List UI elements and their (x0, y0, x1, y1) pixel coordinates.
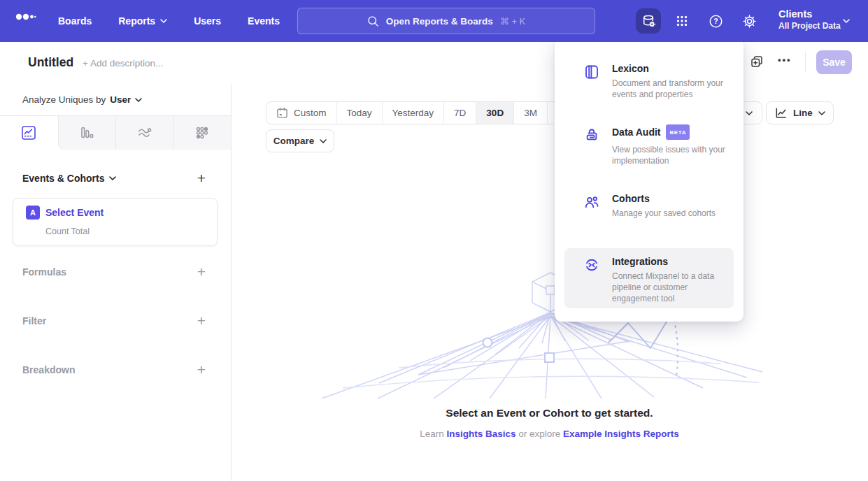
nav-users[interactable]: Users (194, 15, 221, 27)
search-icon (367, 15, 379, 27)
chart-type-dropdown[interactable]: Line (766, 101, 834, 124)
apps-grid-icon (674, 13, 690, 29)
duplicate-button[interactable] (750, 55, 764, 69)
date-range-custom[interactable]: Custom (266, 102, 336, 124)
menu-item-description: View possible issues with your implement… (612, 144, 744, 166)
menu-item-integrations[interactable]: Integrations Connect Mixpanel to a data … (564, 248, 734, 308)
analyze-value-dropdown[interactable]: User (110, 94, 131, 105)
help-icon: ? (708, 13, 724, 29)
project-switcher[interactable]: Clients All Project Data (778, 8, 841, 31)
data-management-icon (641, 13, 657, 29)
analyze-label: Analyze Uniques by (22, 94, 106, 105)
duplicate-icon (750, 55, 764, 69)
chevron-down-icon (320, 139, 327, 143)
date-range-today[interactable]: Today (336, 102, 382, 124)
analyze-uniques-row: Analyze Uniques by User (22, 94, 142, 105)
chevron-down-icon (135, 98, 142, 102)
middle-text: or explore (518, 429, 560, 439)
search-input[interactable]: Open Reports & Boards ⌘ + K (297, 8, 595, 34)
event-card[interactable]: A Select Event Count Total (13, 198, 218, 246)
add-breakdown-button[interactable]: + (194, 363, 208, 377)
nav-reports[interactable]: Reports (118, 15, 167, 27)
primary-nav: Boards Reports Users Events (58, 0, 280, 42)
tab-bar-chart[interactable] (58, 116, 116, 150)
tab-flow-chart[interactable] (115, 116, 173, 150)
menu-item-lexicon[interactable]: Lexicon Document and transform your even… (564, 55, 734, 108)
add-event-button[interactable]: + (194, 171, 208, 185)
menu-item-description: Connect Mixpanel to a data pipeline or c… (612, 271, 730, 304)
chevron-down-icon (160, 19, 167, 23)
calendar-icon (276, 107, 288, 119)
mixpanel-logo-icon[interactable] (15, 13, 36, 21)
metric-grid-icon (194, 124, 211, 141)
cohorts-people-icon (583, 194, 600, 210)
flow-chart-icon (136, 124, 153, 141)
mixpanel-insights-screen: Boards Reports Users Events Open Reports… (0, 0, 868, 481)
add-formula-button[interactable]: + (194, 265, 208, 279)
event-letter-badge: A (26, 206, 40, 220)
search-placeholder: Open Reports & Boards (386, 16, 493, 27)
menu-item-description: Document and transform your events and p… (612, 78, 725, 100)
visualization-tabs (0, 115, 231, 149)
add-filter-button[interactable]: + (194, 314, 208, 328)
sidebar-divider (231, 84, 232, 481)
beta-badge: BETA (666, 124, 690, 140)
menu-item-title: Lexicon (612, 63, 725, 75)
chevron-down-icon (746, 111, 753, 115)
breakdown-section-label: Breakdown (22, 364, 75, 375)
account-scope: All Project Data (778, 20, 841, 31)
account-name: Clients (778, 8, 841, 20)
data-management-menu: Lexicon Document and transform your even… (555, 38, 744, 322)
chevron-down-icon (843, 19, 850, 23)
select-event-link[interactable]: Select Event (45, 207, 104, 218)
nav-boards[interactable]: Boards (58, 15, 92, 27)
menu-item-cohorts[interactable]: Cohorts Manage your saved cohorts (564, 185, 734, 227)
events-cohorts-header[interactable]: Events & Cohorts (22, 173, 116, 184)
menu-item-data-audit[interactable]: Data AuditBETA View possible issues with… (564, 118, 734, 174)
example-reports-link[interactable]: Example Insights Reports (563, 429, 679, 439)
date-range-control: Custom Today Yesterday 7D 30D 3M 6M (266, 101, 581, 124)
learn-prefix: Learn (420, 429, 444, 439)
apps-grid-button[interactable] (669, 8, 695, 34)
report-title[interactable]: Untitled (28, 55, 73, 70)
date-range-7d[interactable]: 7D (443, 102, 476, 124)
formulas-section-label: Formulas (22, 266, 66, 278)
filter-section-label: Filter (22, 315, 46, 326)
insights-basics-link[interactable]: Insights Basics (446, 429, 515, 439)
menu-item-description: Manage your saved cohorts (612, 208, 752, 219)
line-chart-icon (20, 124, 37, 141)
search-shortcut: ⌘ + K (500, 16, 526, 27)
integrations-sync-icon (583, 257, 600, 273)
lexicon-book-icon (583, 64, 600, 80)
menu-item-title: Integrations (612, 256, 730, 268)
date-range-yesterday[interactable]: Yesterday (382, 102, 444, 124)
data-management-button[interactable] (636, 8, 661, 34)
toolbar-divider (805, 52, 806, 71)
top-navbar: Boards Reports Users Events Open Reports… (0, 0, 868, 42)
more-options-button[interactable]: ••• (778, 55, 796, 65)
save-button[interactable]: Save (816, 50, 852, 74)
tab-metric-grid[interactable] (173, 116, 232, 150)
help-button[interactable]: ? (703, 8, 728, 34)
event-aggregation[interactable]: Count Total (45, 227, 90, 236)
chevron-down-icon (818, 111, 825, 115)
data-audit-icon (583, 127, 600, 143)
bar-chart-icon (78, 124, 95, 141)
line-type-icon (774, 106, 788, 120)
nav-events[interactable]: Events (248, 15, 280, 27)
settings-gear-icon (741, 13, 757, 29)
chevron-down-icon (109, 176, 116, 180)
menu-item-title: Data AuditBETA (612, 126, 744, 141)
compare-dropdown[interactable]: Compare (266, 129, 334, 152)
svg-text:?: ? (713, 17, 718, 25)
empty-state-heading: Select an Event or Cohort to get started… (231, 407, 868, 419)
add-description-field[interactable]: + Add description... (83, 58, 163, 69)
settings-button[interactable] (737, 8, 762, 34)
empty-state-subtext: Learn Insights Basics or explore Example… (231, 429, 868, 439)
menu-item-title: Cohorts (612, 193, 752, 205)
date-range-3m[interactable]: 3M (513, 102, 547, 124)
date-range-30d[interactable]: 30D (476, 102, 513, 124)
tab-line-chart[interactable] (0, 116, 58, 150)
